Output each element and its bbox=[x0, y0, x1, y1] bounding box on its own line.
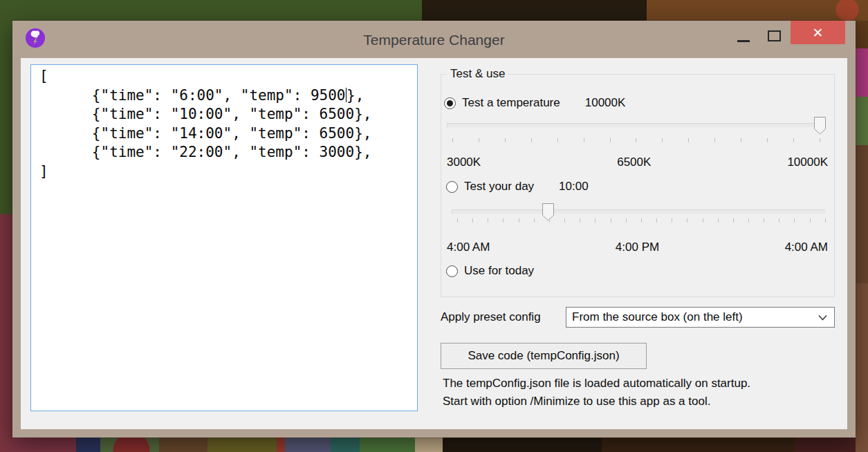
radio-use-for-today[interactable]: Use for today bbox=[446, 264, 534, 278]
tick-mark bbox=[580, 218, 580, 223]
radio-circle-icon bbox=[446, 181, 458, 193]
save-code-button[interactable]: Save code (tempConfig.json) bbox=[441, 343, 647, 369]
apply-preset-label: Apply preset config bbox=[441, 307, 541, 328]
minimize-button[interactable] bbox=[728, 21, 759, 44]
tick-mark bbox=[626, 218, 627, 223]
tick-mark bbox=[688, 138, 689, 142]
slider-track[interactable] bbox=[447, 123, 826, 128]
tick-mark bbox=[733, 218, 734, 223]
tick-mark bbox=[479, 138, 479, 142]
tick-mark bbox=[764, 218, 764, 223]
tick-mark bbox=[794, 218, 795, 223]
tick-mark bbox=[662, 138, 663, 142]
radio-label: Test your day bbox=[464, 180, 534, 194]
radio-test-your-day[interactable]: Test your day 10:00 bbox=[446, 180, 589, 194]
tick-mark bbox=[452, 138, 453, 142]
window-controls: ✕ bbox=[728, 21, 845, 44]
tick-mark bbox=[687, 218, 687, 223]
tick-mark bbox=[503, 218, 504, 223]
radio-label: Test a temperature bbox=[462, 96, 560, 110]
close-button[interactable]: ✕ bbox=[791, 21, 845, 44]
tick-mark bbox=[472, 218, 473, 223]
test-and-use-groupbox: Test & use Test a temperature 10000K 300… bbox=[441, 74, 835, 297]
tick-mark bbox=[611, 218, 611, 223]
tick-mark bbox=[741, 138, 741, 142]
code-line: {"time": "6:00", "temp": 9500}, bbox=[39, 86, 414, 106]
tick-mark bbox=[557, 138, 558, 142]
temperature-value: 10000K bbox=[585, 96, 626, 110]
scale-min: 4:00 AM bbox=[447, 241, 490, 254]
tick-mark bbox=[534, 218, 535, 223]
scale-max: 10000K bbox=[787, 156, 828, 169]
radio-circle-icon bbox=[444, 97, 456, 109]
app-window: Temperature Changer ✕ [ {"time": "6:00",… bbox=[12, 21, 856, 437]
tick-mark bbox=[825, 218, 826, 223]
tick-mark bbox=[636, 138, 636, 142]
tick-mark bbox=[457, 218, 458, 223]
day-slider-ticks bbox=[457, 218, 826, 223]
scale-mid: 4:00 PM bbox=[616, 241, 659, 254]
tick-mark bbox=[549, 218, 550, 223]
slider-track[interactable] bbox=[452, 209, 826, 214]
tick-mark bbox=[779, 218, 779, 223]
tick-mark bbox=[748, 218, 749, 223]
groupbox-title: Test & use bbox=[447, 67, 508, 81]
close-icon: ✕ bbox=[813, 26, 824, 39]
startup-info-text: The tempConfig.json file is loaded autom… bbox=[443, 375, 840, 411]
tick-mark bbox=[584, 138, 584, 142]
tick-mark bbox=[714, 138, 715, 142]
tick-mark bbox=[641, 218, 642, 223]
apply-preset-dropdown[interactable]: From the source box (on the left) bbox=[566, 307, 835, 328]
tick-mark bbox=[793, 138, 794, 142]
code-line: {"time": "14:00", "temp": 6500}, bbox=[39, 124, 414, 144]
temperature-slider[interactable] bbox=[447, 117, 826, 135]
tick-mark bbox=[718, 218, 719, 223]
info-line: The tempConfig.json file is loaded autom… bbox=[443, 375, 840, 393]
tick-mark bbox=[767, 138, 768, 142]
scale-mid: 6500K bbox=[617, 156, 651, 169]
tick-mark bbox=[531, 138, 532, 142]
scale-min: 3000K bbox=[447, 156, 481, 169]
radio-circle-icon bbox=[446, 265, 458, 277]
temperature-scale-labels: 3000K 6500K 10000K bbox=[447, 156, 828, 169]
scale-max: 4:00 AM bbox=[785, 241, 828, 254]
tick-mark bbox=[488, 218, 488, 223]
code-line: {"time": "10:00", "temp": 6500}, bbox=[39, 105, 414, 124]
code-line: ] bbox=[39, 162, 414, 182]
tick-mark bbox=[505, 138, 506, 142]
code-line: {"time": "22:00", "temp": 3000}, bbox=[39, 143, 414, 162]
tick-mark bbox=[595, 218, 595, 223]
minimize-icon bbox=[737, 40, 750, 42]
code-line: [ bbox=[39, 67, 414, 86]
radio-test-temperature[interactable]: Test a temperature 10000K bbox=[444, 96, 625, 110]
day-time-value: 10:00 bbox=[559, 180, 589, 194]
titlebar[interactable]: Temperature Changer ✕ bbox=[12, 21, 856, 58]
tick-mark bbox=[656, 218, 657, 223]
tick-mark bbox=[564, 218, 565, 223]
client-area: [ {"time": "6:00", "temp": 9500}, {"time… bbox=[21, 58, 847, 429]
config-source-editor[interactable]: [ {"time": "6:00", "temp": 9500}, {"time… bbox=[30, 64, 418, 411]
dropdown-selected-value: From the source box (on the left) bbox=[572, 310, 818, 324]
day-scale-labels: 4:00 AM 4:00 PM 4:00 AM bbox=[447, 241, 828, 254]
chevron-down-icon bbox=[818, 314, 827, 321]
tick-mark bbox=[672, 218, 672, 223]
tick-mark bbox=[519, 218, 519, 223]
info-line: Start with option /Minimize to use this … bbox=[443, 393, 840, 411]
radio-label: Use for today bbox=[464, 264, 534, 278]
tick-mark bbox=[810, 218, 811, 223]
tick-mark bbox=[610, 138, 611, 142]
tick-mark bbox=[820, 138, 820, 142]
maximize-icon bbox=[768, 30, 781, 41]
temperature-slider-thumb[interactable] bbox=[814, 117, 826, 135]
maximize-button[interactable] bbox=[759, 21, 791, 44]
temp-slider-ticks bbox=[452, 138, 820, 142]
tick-mark bbox=[703, 218, 703, 223]
